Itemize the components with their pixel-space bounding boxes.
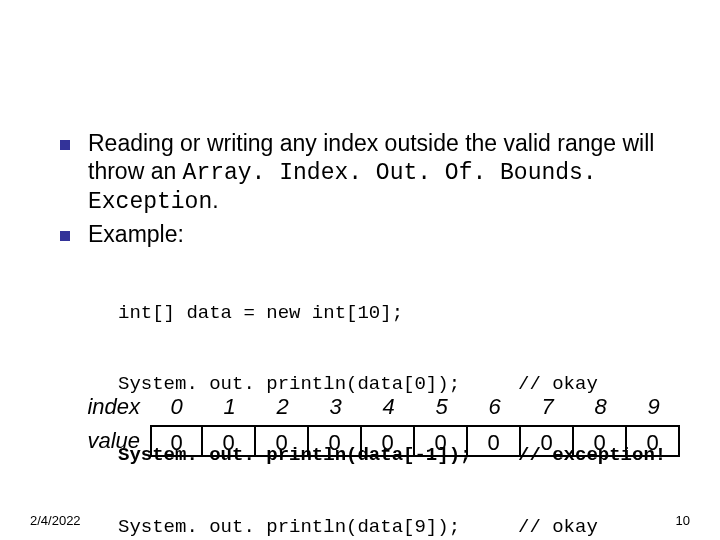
value-cell: 0 xyxy=(362,425,415,457)
bullet-item: Reading or writing any index outside the… xyxy=(60,130,700,217)
index-cell: 1 xyxy=(203,394,256,420)
value-cell: 0 xyxy=(150,425,203,457)
index-cell: 6 xyxy=(468,394,521,420)
index-cell: 8 xyxy=(574,394,627,420)
value-cell: 0 xyxy=(256,425,309,457)
value-cell: 0 xyxy=(309,425,362,457)
square-bullet-icon xyxy=(60,140,70,150)
bullet-text: Example: xyxy=(88,221,184,249)
bullet-text: Reading or writing any index outside the… xyxy=(88,130,700,217)
index-cell: 2 xyxy=(256,394,309,420)
value-cell: 0 xyxy=(415,425,468,457)
content-area: Reading or writing any index outside the… xyxy=(60,130,700,540)
code-line: System. out. println(data[9]);// okay xyxy=(118,516,700,540)
square-bullet-icon xyxy=(60,231,70,241)
slide: Reading or writing any index outside the… xyxy=(0,0,720,540)
code-text: int[] data = new int[10]; xyxy=(118,302,518,326)
code-line: int[] data = new int[10]; xyxy=(118,302,700,326)
code-comment: // okay xyxy=(518,516,598,540)
text-run: . xyxy=(212,187,218,213)
value-cell: 0 xyxy=(574,425,627,457)
value-cell: 0 xyxy=(521,425,574,457)
value-cell: 0 xyxy=(203,425,256,457)
index-cell: 0 xyxy=(150,394,203,420)
value-cell: 0 xyxy=(627,425,680,457)
array-table: index 0 1 2 3 4 5 6 7 8 9 value 0 0 0 0 … xyxy=(62,390,682,458)
index-cell: 3 xyxy=(309,394,362,420)
index-row: index 0 1 2 3 4 5 6 7 8 9 xyxy=(62,390,682,424)
bullet-item: Example: xyxy=(60,221,700,249)
footer-date: 2/4/2022 xyxy=(30,513,81,528)
index-cell: 5 xyxy=(415,394,468,420)
footer-page-number: 10 xyxy=(676,513,690,528)
index-cell: 4 xyxy=(362,394,415,420)
index-cell: 7 xyxy=(521,394,574,420)
index-cell: 9 xyxy=(627,394,680,420)
value-cell: 0 xyxy=(468,425,521,457)
row-label: index xyxy=(62,394,150,420)
row-label: value xyxy=(62,428,150,454)
code-text: System. out. println(data[9]); xyxy=(118,516,518,540)
value-row: value 0 0 0 0 0 0 0 0 0 0 xyxy=(62,424,682,458)
